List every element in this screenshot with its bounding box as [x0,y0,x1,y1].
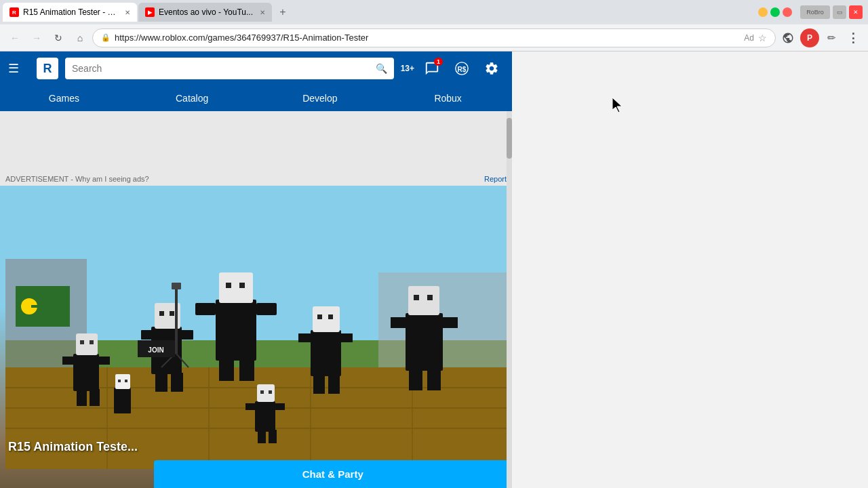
svg-rect-30 [73,354,99,391]
address-bar[interactable]: 🔒 https://www.roblox.com/games/364769937… [92,28,776,47]
svg-rect-62 [114,388,131,413]
svg-rect-28 [155,373,167,392]
tab-youtube-close[interactable]: ✕ [260,9,265,16]
game-screenshot: JOIN Chat & Party R15 Animation Teste... [0,186,512,488]
nav-games[interactable]: Games [0,85,128,111]
roblox-top-bar: ☰ R 🔍 13+ 1 R$ [0,52,512,85]
svg-rect-29 [171,373,183,392]
svg-rect-46 [406,313,443,371]
address-text: https://www.roblox.com/games/364769937/R… [115,33,740,43]
refresh-button[interactable]: ↻ [49,28,68,47]
svg-marker-75 [612,98,622,113]
forward-button[interactable]: → [27,28,46,47]
chat-party-button[interactable]: Chat & Party [154,460,513,488]
svg-rect-16 [226,283,231,288]
ad-info: ADVERTISEMENT - Why am I seeing ads? Rep… [5,175,507,183]
home-button[interactable]: ⌂ [71,28,90,47]
svg-rect-33 [90,340,94,344]
tab-roblox[interactable]: R R15 Animation Tester - R... ✕ [3,3,137,22]
back-button[interactable]: ← [5,28,24,47]
svg-rect-19 [256,303,277,315]
nav-robux[interactable]: Robux [384,85,512,111]
svg-rect-65 [125,380,127,382]
tab-youtube-title: Eventos ao vivo - YouTu... [159,7,253,17]
svg-rect-36 [77,389,87,406]
svg-rect-35 [98,357,110,365]
notifications-button[interactable]: 1 [420,56,444,81]
svg-rect-18 [195,303,216,315]
roblox-nav: Games Catalog Develop Robux [0,85,512,111]
minimize-button[interactable] [758,7,768,17]
svg-rect-66 [175,286,178,354]
close-button[interactable] [783,7,792,17]
ad-label: ADVERTISEMENT - Why am I seeing ads? [5,175,149,183]
svg-rect-25 [170,311,174,316]
svg-rect-41 [328,314,333,319]
svg-rect-20 [219,357,234,381]
game-screenshot-container: JOIN Chat & Party R15 Animation Teste... [0,186,512,488]
page-container: ☰ R 🔍 13+ 1 R$ [0,52,868,488]
cursor [612,98,623,115]
svg-rect-72 [31,305,45,308]
right-panel [512,52,868,488]
robux-button[interactable]: R$ [450,56,474,81]
restore-button[interactable]: ▭ [833,5,846,19]
svg-rect-56 [260,390,264,394]
svg-rect-44 [313,375,325,394]
roblox-favicon: R [9,7,19,17]
svg-rect-55 [257,384,275,402]
svg-rect-47 [408,286,439,315]
roblox-logo[interactable]: R [37,58,58,79]
svg-rect-38 [311,330,341,376]
tab-roblox-title: R15 Animation Tester - R... [23,7,118,17]
browser-close-button[interactable]: ✕ [849,5,863,19]
svg-rect-32 [80,340,84,344]
pen-button[interactable]: ✏ [822,28,841,47]
bookmark-icon[interactable]: ☆ [758,33,767,43]
maximize-button[interactable] [770,7,780,17]
svg-rect-45 [328,375,340,394]
svg-text:R$: R$ [458,66,467,73]
svg-rect-60 [258,430,266,443]
nav-develop[interactable]: Develop [256,85,384,111]
svg-rect-57 [269,390,272,394]
tab-bar: R R15 Animation Tester - R... ✕ ▶ Evento… [0,0,868,24]
svg-rect-52 [409,369,422,390]
svg-rect-53 [427,369,441,390]
svg-rect-26 [141,330,155,340]
menu-dots-button[interactable]: ⋮ [844,28,863,47]
chat-party-label: Chat & Party [302,468,363,480]
tab-youtube[interactable]: ▶ Eventos ao vivo - YouTu... ✕ [138,3,272,22]
search-input[interactable] [72,63,372,74]
translate-icon: Ad [744,33,754,43]
svg-rect-49 [427,295,433,300]
svg-rect-17 [239,283,245,288]
age-badge: 13+ [401,64,414,73]
profile-avatar[interactable]: P [800,28,819,47]
browser-window: R R15 Animation Tester - R... ✕ ▶ Evento… [0,0,868,52]
roblox-search-bar[interactable]: 🔍 [65,58,394,79]
extensions-button[interactable] [778,28,797,47]
svg-rect-54 [255,401,275,432]
scrollbar-track[interactable] [507,111,512,488]
svg-rect-51 [441,317,458,328]
settings-button[interactable] [479,56,504,81]
search-icon[interactable]: 🔍 [376,63,387,74]
svg-rect-64 [118,380,121,382]
new-tab-button[interactable]: + [275,4,291,20]
svg-rect-48 [414,295,419,300]
svg-rect-63 [115,374,130,389]
ad-report-link[interactable]: Report [484,175,507,183]
hamburger-menu-button[interactable]: ☰ [8,61,30,76]
forward-icon: → [32,33,41,43]
notification-count-badge: 1 [434,58,443,66]
svg-rect-67 [172,283,181,289]
svg-rect-42 [298,333,312,342]
svg-rect-58 [245,403,256,410]
roblox-panel: ☰ R 🔍 13+ 1 R$ [0,52,512,488]
tab-roblox-close[interactable]: ✕ [125,9,130,16]
scrollbar-thumb[interactable] [507,118,512,159]
back-icon: ← [10,33,20,43]
roblox-browser-btn[interactable]: RoBrо [800,5,830,19]
nav-catalog[interactable]: Catalog [128,85,256,111]
